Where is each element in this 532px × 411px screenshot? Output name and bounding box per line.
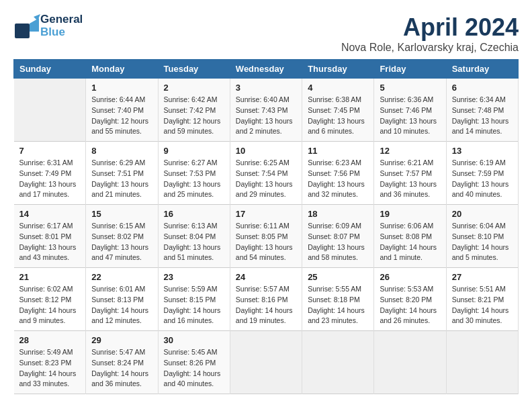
day-cell — [446, 331, 518, 394]
day-cell: 2Sunrise: 6:42 AM Sunset: 7:42 PM Daylig… — [158, 79, 230, 142]
week-row-1: 1Sunrise: 6:44 AM Sunset: 7:40 PM Daylig… — [14, 79, 519, 142]
day-cell: 13Sunrise: 6:19 AM Sunset: 7:59 PM Dayli… — [446, 142, 518, 205]
day-number: 10 — [236, 146, 296, 156]
day-cell: 24Sunrise: 5:57 AM Sunset: 8:16 PM Dayli… — [230, 268, 302, 331]
day-cell: 27Sunrise: 5:51 AM Sunset: 8:21 PM Dayli… — [446, 268, 518, 331]
day-number: 1 — [91, 83, 152, 93]
day-number: 30 — [164, 335, 224, 345]
day-info: Sunrise: 6:40 AM Sunset: 7:43 PM Dayligh… — [236, 95, 296, 137]
day-cell: 14Sunrise: 6:17 AM Sunset: 8:01 PM Dayli… — [14, 205, 86, 268]
day-number: 13 — [452, 146, 513, 156]
title-block: April 2024 Nova Role, Karlovarsky kraj, … — [341, 13, 519, 54]
week-row-2: 7Sunrise: 6:31 AM Sunset: 7:49 PM Daylig… — [14, 142, 519, 205]
day-number: 14 — [19, 209, 81, 219]
col-header-friday: Friday — [374, 60, 446, 79]
day-info: Sunrise: 6:19 AM Sunset: 7:59 PM Dayligh… — [452, 158, 513, 200]
day-info: Sunrise: 5:45 AM Sunset: 8:26 PM Dayligh… — [164, 347, 224, 390]
week-row-5: 28Sunrise: 5:49 AM Sunset: 8:23 PM Dayli… — [14, 331, 519, 394]
day-cell: 11Sunrise: 6:23 AM Sunset: 7:56 PM Dayli… — [302, 142, 374, 205]
day-number: 28 — [19, 335, 81, 345]
logo-blue: Blue — [40, 26, 83, 39]
day-number: 29 — [91, 335, 152, 345]
day-number: 5 — [380, 83, 440, 93]
day-number: 11 — [308, 146, 368, 156]
day-number: 19 — [380, 209, 440, 219]
week-row-4: 21Sunrise: 6:02 AM Sunset: 8:12 PM Dayli… — [14, 268, 519, 331]
day-info: Sunrise: 6:34 AM Sunset: 7:48 PM Dayligh… — [452, 95, 513, 137]
svg-marker-2 — [34, 14, 40, 21]
day-number: 25 — [308, 272, 368, 282]
day-cell: 19Sunrise: 6:06 AM Sunset: 8:08 PM Dayli… — [374, 205, 446, 268]
day-number: 8 — [91, 146, 152, 156]
day-cell: 12Sunrise: 6:21 AM Sunset: 7:57 PM Dayli… — [374, 142, 446, 205]
day-info: Sunrise: 6:25 AM Sunset: 7:54 PM Dayligh… — [236, 158, 296, 200]
calendar-subtitle: Nova Role, Karlovarsky kraj, Czechia — [341, 42, 519, 54]
header-row: SundayMondayTuesdayWednesdayThursdayFrid… — [14, 60, 519, 79]
col-header-saturday: Saturday — [446, 60, 518, 79]
day-cell: 29Sunrise: 5:47 AM Sunset: 8:24 PM Dayli… — [86, 331, 158, 394]
day-info: Sunrise: 6:44 AM Sunset: 7:40 PM Dayligh… — [91, 95, 152, 137]
day-info: Sunrise: 6:42 AM Sunset: 7:42 PM Dayligh… — [164, 95, 224, 137]
day-cell: 23Sunrise: 5:59 AM Sunset: 8:15 PM Dayli… — [158, 268, 230, 331]
day-number: 6 — [452, 83, 513, 93]
day-cell: 26Sunrise: 5:53 AM Sunset: 8:20 PM Dayli… — [374, 268, 446, 331]
day-number: 21 — [19, 272, 81, 282]
day-cell: 25Sunrise: 5:55 AM Sunset: 8:18 PM Dayli… — [302, 268, 374, 331]
day-cell: 1Sunrise: 6:44 AM Sunset: 7:40 PM Daylig… — [86, 79, 158, 142]
day-info: Sunrise: 6:31 AM Sunset: 7:49 PM Dayligh… — [19, 158, 81, 200]
day-info: Sunrise: 5:49 AM Sunset: 8:23 PM Dayligh… — [19, 347, 81, 390]
day-cell — [230, 331, 302, 394]
day-cell — [14, 79, 86, 142]
day-info: Sunrise: 5:51 AM Sunset: 8:21 PM Dayligh… — [452, 284, 513, 326]
calendar-table: SundayMondayTuesdayWednesdayThursdayFrid… — [13, 59, 519, 394]
day-number: 22 — [91, 272, 152, 282]
day-cell: 15Sunrise: 6:15 AM Sunset: 8:02 PM Dayli… — [86, 205, 158, 268]
day-number: 12 — [380, 146, 440, 156]
day-cell: 21Sunrise: 6:02 AM Sunset: 8:12 PM Dayli… — [14, 268, 86, 331]
day-number: 9 — [164, 146, 224, 156]
day-info: Sunrise: 5:57 AM Sunset: 8:16 PM Dayligh… — [236, 284, 296, 326]
day-cell: 4Sunrise: 6:38 AM Sunset: 7:45 PM Daylig… — [302, 79, 374, 142]
day-cell: 5Sunrise: 6:36 AM Sunset: 7:46 PM Daylig… — [374, 79, 446, 142]
day-info: Sunrise: 5:55 AM Sunset: 8:18 PM Dayligh… — [308, 284, 368, 326]
day-number: 16 — [164, 209, 224, 219]
day-cell: 18Sunrise: 6:09 AM Sunset: 8:07 PM Dayli… — [302, 205, 374, 268]
day-number: 27 — [452, 272, 513, 282]
day-number: 3 — [236, 83, 296, 93]
day-info: Sunrise: 5:47 AM Sunset: 8:24 PM Dayligh… — [91, 347, 152, 390]
day-info: Sunrise: 6:29 AM Sunset: 7:51 PM Dayligh… — [91, 158, 152, 200]
day-info: Sunrise: 6:15 AM Sunset: 8:02 PM Dayligh… — [91, 221, 152, 263]
day-number: 24 — [236, 272, 296, 282]
day-info: Sunrise: 6:02 AM Sunset: 8:12 PM Dayligh… — [19, 284, 81, 326]
day-number: 26 — [380, 272, 440, 282]
calendar-title: April 2024 — [341, 13, 519, 42]
day-info: Sunrise: 5:59 AM Sunset: 8:15 PM Dayligh… — [164, 284, 224, 326]
day-cell: 28Sunrise: 5:49 AM Sunset: 8:23 PM Dayli… — [14, 331, 86, 394]
week-row-3: 14Sunrise: 6:17 AM Sunset: 8:01 PM Dayli… — [14, 205, 519, 268]
day-cell: 16Sunrise: 6:13 AM Sunset: 8:04 PM Dayli… — [158, 205, 230, 268]
day-number: 20 — [452, 209, 513, 219]
day-cell: 17Sunrise: 6:11 AM Sunset: 8:05 PM Dayli… — [230, 205, 302, 268]
day-number: 17 — [236, 209, 296, 219]
day-number: 18 — [308, 209, 368, 219]
day-info: Sunrise: 6:01 AM Sunset: 8:13 PM Dayligh… — [91, 284, 152, 326]
day-cell: 20Sunrise: 6:04 AM Sunset: 8:10 PM Dayli… — [446, 205, 518, 268]
day-info: Sunrise: 6:21 AM Sunset: 7:57 PM Dayligh… — [380, 158, 440, 200]
day-cell: 9Sunrise: 6:27 AM Sunset: 7:53 PM Daylig… — [158, 142, 230, 205]
day-cell — [302, 331, 374, 394]
col-header-wednesday: Wednesday — [230, 60, 302, 79]
col-header-monday: Monday — [86, 60, 158, 79]
day-number: 23 — [164, 272, 224, 282]
day-info: Sunrise: 6:17 AM Sunset: 8:01 PM Dayligh… — [19, 221, 81, 263]
day-info: Sunrise: 6:11 AM Sunset: 8:05 PM Dayligh… — [236, 221, 296, 263]
col-header-sunday: Sunday — [14, 60, 86, 79]
day-cell: 3Sunrise: 6:40 AM Sunset: 7:43 PM Daylig… — [230, 79, 302, 142]
day-info: Sunrise: 6:06 AM Sunset: 8:08 PM Dayligh… — [380, 221, 440, 263]
day-cell: 6Sunrise: 6:34 AM Sunset: 7:48 PM Daylig… — [446, 79, 518, 142]
page-header: General Blue April 2024 Nova Role, Karlo… — [13, 13, 519, 54]
day-number: 4 — [308, 83, 368, 93]
svg-rect-0 — [15, 24, 30, 38]
day-info: Sunrise: 6:09 AM Sunset: 8:07 PM Dayligh… — [308, 221, 368, 263]
logo-general: General — [40, 13, 83, 26]
day-cell: 8Sunrise: 6:29 AM Sunset: 7:51 PM Daylig… — [86, 142, 158, 205]
